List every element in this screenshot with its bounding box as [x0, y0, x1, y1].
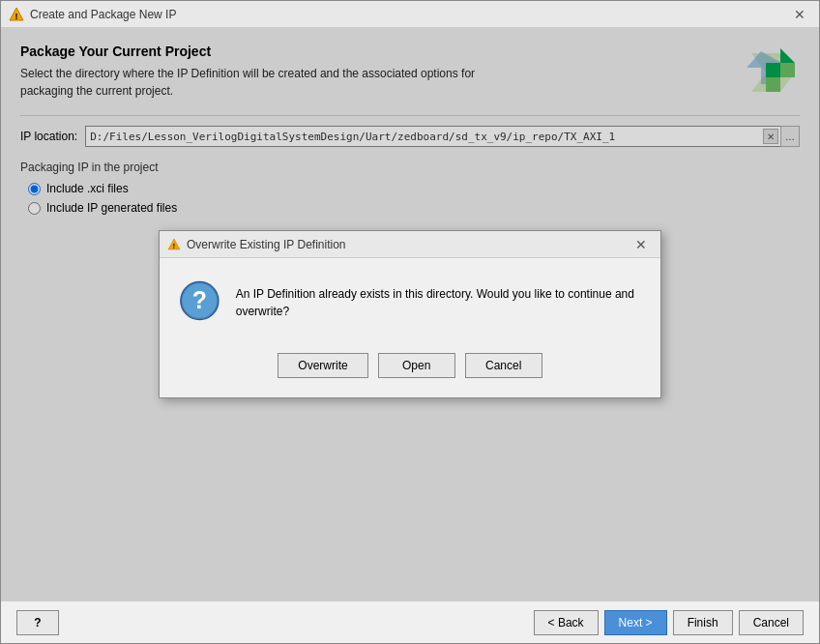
content-area: Package Your Current Project Select the …: [1, 28, 819, 600]
bottom-right: < Back Next > Finish Cancel: [534, 610, 804, 635]
svg-text:?: ?: [192, 286, 207, 313]
modal-dialog: ! Overwrite Existing IP Definition ✕ ? A…: [159, 230, 661, 398]
finish-button[interactable]: Finish: [673, 610, 733, 635]
modal-message: An IP Definition already exists in this …: [236, 278, 641, 320]
title-bar-text: Create and Package New IP: [30, 8, 176, 21]
modal-title-bar: ! Overwrite Existing IP Definition ✕: [160, 231, 660, 258]
modal-overlay: ! Overwrite Existing IP Definition ✕ ? A…: [1, 28, 819, 600]
modal-buttons: Overwrite Open Cancel: [160, 343, 660, 397]
close-button[interactable]: ✕: [788, 5, 811, 24]
modal-content: ? An IP Definition already exists in thi…: [160, 258, 660, 343]
title-bar: ! Create and Package New IP ✕: [1, 1, 819, 28]
svg-text:!: !: [173, 243, 175, 249]
question-icon: ?: [179, 278, 220, 324]
main-window: ! Create and Package New IP ✕: [0, 0, 820, 644]
cancel-button[interactable]: Cancel: [739, 610, 804, 635]
help-button[interactable]: ?: [16, 610, 59, 635]
bottom-bar: ? < Back Next > Finish Cancel: [1, 600, 819, 643]
modal-warning-icon: !: [167, 238, 181, 251]
app-icon: !: [9, 7, 24, 22]
open-button[interactable]: Open: [378, 353, 455, 378]
next-button[interactable]: Next >: [604, 610, 667, 635]
title-bar-left: ! Create and Package New IP: [9, 7, 176, 22]
svg-text:!: !: [15, 12, 18, 21]
modal-title-left: ! Overwrite Existing IP Definition: [167, 238, 346, 251]
overwrite-button[interactable]: Overwrite: [278, 353, 367, 378]
back-button[interactable]: < Back: [534, 610, 599, 635]
modal-close-button[interactable]: ✕: [630, 235, 653, 254]
bottom-left: ?: [16, 610, 59, 635]
modal-cancel-button[interactable]: Cancel: [465, 353, 542, 378]
modal-title-text: Overwrite Existing IP Definition: [187, 238, 346, 251]
